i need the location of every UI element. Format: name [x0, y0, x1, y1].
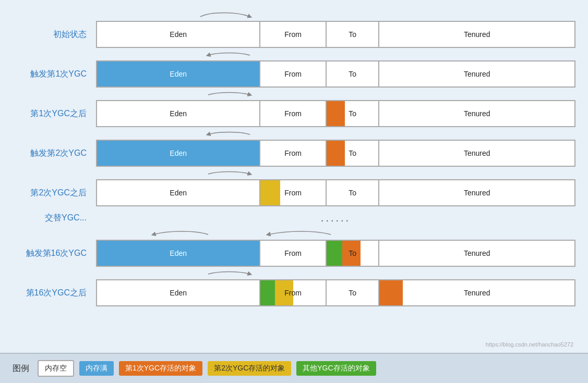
row-initial: 初始状态 Eden From To Tenured — [13, 21, 575, 48]
arrow-row-6-7 — [13, 270, 575, 278]
seg-tenured-5: Tenured — [379, 241, 574, 266]
label-ygc16-trigger: 触发第16次YGC — [13, 248, 96, 259]
row-after-ygc2: 第2次YGC之后 Eden From To Tenured — [13, 179, 575, 206]
arrow-row-0-1 — [13, 51, 575, 59]
seg-eden-4: Eden — [97, 180, 260, 205]
seg-to-1: To — [327, 61, 380, 87]
dots-label: 交替YGC... — [13, 213, 96, 224]
dots-row: 交替YGC... ...... — [13, 209, 575, 226]
legend-item-other-ygc: 其他YGC存活的对象 — [296, 361, 376, 376]
seg-to-5: To — [327, 241, 380, 266]
seg-to-0: To — [327, 22, 380, 47]
seg-eden-0: Eden — [97, 22, 260, 47]
membar-initial: Eden From To Tenured — [96, 21, 575, 48]
seg-to-3: To — [327, 141, 380, 166]
page-wrapper: 初始状态 Eden From To Tenured — [0, 0, 588, 383]
arrow-row-1-2 — [13, 91, 575, 99]
seg-from-2: From — [260, 101, 327, 126]
row-after-ygc16: 第16次YGC之后 Eden From To Tenured — [13, 279, 575, 306]
label-after-ygc16: 第16次YGC之后 — [13, 288, 96, 299]
legend-title: 图例 — [13, 363, 29, 374]
watermark: https://blog.csdn.net/hanchao5272 — [486, 341, 573, 348]
legend-bar: 图例 内存空 内存满 第1次YGC存活的对象 第2次YGC存活的对象 其他YGC… — [0, 353, 588, 383]
membar-ygc16-trigger: Eden From To Tenured — [96, 240, 575, 267]
legend-item-full: 内存满 — [79, 361, 114, 376]
label-ygc2-trigger: 触发第2次YGC — [13, 148, 96, 159]
row-ygc2-trigger: 触发第2次YGC Eden From To Tenured — [13, 140, 575, 167]
seg-eden-6: Eden — [97, 280, 260, 305]
row-ygc1-trigger: 触发第1次YGC Eden From To Tenured — [13, 60, 575, 88]
seg-tenured-0: Tenured — [379, 22, 574, 47]
label-ygc1-trigger: 触发第1次YGC — [13, 69, 96, 80]
seg-eden-5: Eden — [97, 241, 260, 266]
seg-eden-1: Eden — [97, 61, 260, 87]
seg-from-4: From — [260, 180, 327, 205]
membar-after-ygc2: Eden From To Tenured — [96, 179, 575, 206]
seg-tenured-6: Tenured — [379, 280, 574, 305]
arrow-row-3-4 — [13, 170, 575, 178]
legend-item-ygc2: 第2次YGC存活的对象 — [208, 361, 291, 376]
seg-to-2: To — [327, 101, 380, 126]
seg-tenured-3: Tenured — [379, 141, 574, 166]
arrow-row-dots-6 — [13, 228, 575, 239]
seg-tenured-1: Tenured — [379, 61, 574, 87]
seg-from-1: From — [260, 61, 327, 87]
seg-tenured-2: Tenured — [379, 101, 574, 126]
membar-ygc2-trigger: Eden From To Tenured — [96, 140, 575, 167]
seg-from-0: From — [260, 22, 327, 47]
seg-from-3: From — [260, 141, 327, 166]
label-after-ygc2: 第2次YGC之后 — [13, 188, 96, 199]
membar-ygc1-trigger: Eden From To Tenured — [96, 60, 575, 88]
arrow-row-initial — [13, 9, 575, 20]
legend-item-ygc1: 第1次YGC存活的对象 — [119, 361, 202, 376]
membar-after-ygc1: Eden From To Tenured — [96, 100, 575, 127]
row-after-ygc1: 第1次YGC之后 Eden From To Tenured — [13, 100, 575, 127]
label-initial: 初始状态 — [13, 29, 96, 40]
label-after-ygc1: 第1次YGC之后 — [13, 108, 96, 119]
seg-tenured-4: Tenured — [379, 180, 574, 205]
legend-item-empty: 内存空 — [38, 360, 74, 377]
seg-to-6: To — [327, 280, 380, 305]
dots-content: ...... — [96, 212, 575, 224]
row-ygc16-trigger: 触发第16次YGC Eden From To Tenured — [13, 240, 575, 267]
seg-eden-3: Eden — [97, 141, 260, 166]
arrow-row-2-3 — [13, 130, 575, 139]
seg-from-6: From — [260, 280, 327, 305]
membar-after-ygc16: Eden From To Tenured — [96, 279, 575, 306]
main-content: 初始状态 Eden From To Tenured — [0, 0, 588, 353]
seg-from-5: From — [260, 241, 327, 266]
seg-to-4: To — [327, 180, 380, 205]
seg-eden-2: Eden — [97, 101, 260, 126]
